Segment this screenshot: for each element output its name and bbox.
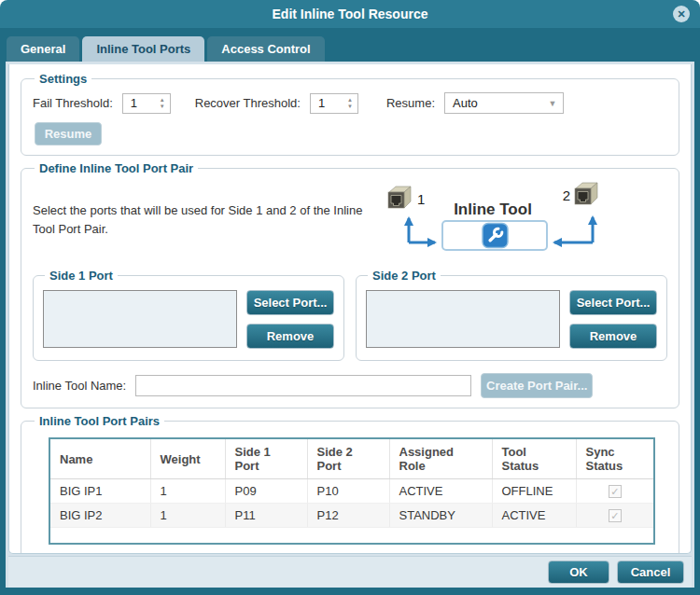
spinner-down-icon[interactable]: ▼ [160,104,165,110]
cell-weight: 1 [150,479,225,504]
cell-tool-status: ACTIVE [492,504,576,528]
inline-tool-name-label: Inline Tool Name: [33,379,126,393]
inline-tool-name-input[interactable] [135,375,471,396]
column-header-side1: Side 1 Port [225,438,307,479]
port-1-icon [388,187,411,208]
define-port-pair-legend: Define Inline Tool Port Pair [35,161,198,175]
inline-tool-diagram-title: Inline Tool [454,201,532,218]
side-1-port-listbox[interactable] [43,290,237,348]
fail-threshold-arrows[interactable]: ▲ ▼ [155,97,170,110]
side-2-remove-button[interactable]: Remove [569,324,657,349]
cell-name: BIG IP1 [49,479,150,504]
dialog-footer: OK Cancel [8,556,692,588]
fail-threshold-label: Fail Threshold: [33,96,113,110]
side-2-port-listbox[interactable] [366,290,560,348]
resume-label: Resume: [386,96,435,110]
cell-sync-status: ✓ [576,479,654,504]
cancel-button[interactable]: Cancel [617,560,684,584]
resume-dropdown[interactable]: Auto ▼ [444,92,564,114]
settings-group: Settings Fail Threshold: 1 ▲ ▼ Recover T… [21,72,679,156]
tab-inline-tool-ports[interactable]: Inline Tool Ports [82,36,204,62]
cell-weight: 1 [150,504,225,528]
cell-role: STANDBY [389,504,492,528]
spinner-up-icon[interactable]: ▲ [160,97,165,104]
side-1-port-legend: Side 1 Port [45,269,118,283]
cell-role: ACTIVE [389,479,492,504]
tab-general[interactable]: General [7,36,79,62]
port-2-number: 2 [563,187,570,203]
side-2-select-port-button[interactable]: Select Port... [569,290,657,315]
table-header-row: Name Weight Side 1 Port Side 2 Port Assi… [49,438,654,479]
side-1-buttons: Select Port... Remove [246,290,334,349]
side-2-port-group: Side 2 Port Select Port... Remove [356,269,667,361]
dialog-inner: Settings Fail Threshold: 1 ▲ ▼ Recover T… [6,62,694,588]
tab-content-panel: Settings Fail Threshold: 1 ▲ ▼ Recover T… [8,64,692,554]
side-ports-row: Side 1 Port Select Port... Remove Side 2… [33,269,667,361]
side-1-select-port-button[interactable]: Select Port... [246,290,334,315]
column-header-weight: Weight [150,438,225,479]
fail-threshold-value: 1 [123,96,155,110]
cell-side2: P12 [307,504,389,528]
table-filler-row [49,528,654,544]
side-2-port-legend: Side 2 Port [368,269,441,283]
side-1-port-group: Side 1 Port Select Port... Remove [33,269,344,361]
settings-row: Fail Threshold: 1 ▲ ▼ Recover Threshold:… [33,92,667,114]
cell-side1: P11 [225,504,307,528]
port-pairs-table: Name Weight Side 1 Port Side 2 Port Assi… [49,437,655,545]
port-pairs-legend: Inline Tool Port Pairs [35,414,164,428]
cell-tool-status: OFFLINE [492,479,576,504]
port-1-number: 1 [417,191,425,207]
port-pairs-group: Inline Tool Port Pairs Name Weight Side … [21,414,679,554]
dialog-titlebar: Edit Inline Tool Resource ✕ [0,0,700,28]
column-header-side2: Side 2 Port [307,438,389,479]
side-1-remove-button[interactable]: Remove [246,324,334,349]
spinner-up-icon[interactable]: ▲ [347,97,353,104]
port-pair-description: Select the ports that will be used for S… [33,201,376,256]
create-port-pair-button[interactable]: Create Port Pair... [481,373,593,398]
tab-bar: General Inline Tool Ports Access Control [0,28,700,62]
settings-legend: Settings [35,72,91,86]
dialog-frame: Settings Fail Threshold: 1 ▲ ▼ Recover T… [0,62,700,595]
side-2-body: Select Port... Remove [366,290,657,349]
recover-threshold-value: 1 [311,96,343,110]
column-header-role: Assigned Role [389,438,492,479]
sync-checkbox-icon: ✓ [609,485,622,498]
spinner-down-icon[interactable]: ▼ [347,104,353,110]
table-row[interactable]: BIG IP2 1 P11 P12 STANDBY ACTIVE ✓ [49,504,654,528]
resume-button[interactable]: Resume [35,122,102,145]
ok-button[interactable]: OK [548,560,609,584]
edit-inline-tool-resource-dialog: Edit Inline Tool Resource ✕ General Inli… [0,0,700,595]
chevron-down-icon: ▼ [542,99,563,108]
column-header-name: Name [49,438,150,479]
recover-threshold-stepper[interactable]: 1 ▲ ▼ [310,93,358,114]
dialog-title: Edit Inline Tool Resource [273,7,428,21]
sync-checkbox-icon: ✓ [609,509,622,522]
column-header-sync-status: Sync Status [576,438,654,479]
column-header-tool-status: Tool Status [492,438,576,479]
inline-tool-diagram: 1 Inline Tool 2 [384,181,624,256]
recover-threshold-arrows[interactable]: ▲ ▼ [343,97,357,110]
close-icon[interactable]: ✕ [673,6,690,22]
side-1-body: Select Port... Remove [43,290,334,349]
cell-side2: P10 [307,479,389,504]
fail-threshold-stepper[interactable]: 1 ▲ ▼ [122,93,171,114]
tab-access-control[interactable]: Access Control [207,36,324,62]
inline-tool-name-row: Inline Tool Name: Create Port Pair... [33,373,667,398]
recover-threshold-label: Recover Threshold: [195,96,301,110]
cell-sync-status: ✓ [576,504,654,528]
table-row[interactable]: BIG IP1 1 P09 P10 ACTIVE OFFLINE ✓ [49,479,654,504]
cell-side1: P09 [225,479,307,504]
side-2-buttons: Select Port... Remove [569,290,657,349]
cell-name: BIG IP2 [49,504,150,528]
define-port-pair-group: Define Inline Tool Port Pair Select the … [21,161,679,408]
resume-dropdown-value: Auto [445,96,542,110]
define-top-row: Select the ports that will be used for S… [33,179,667,256]
port-2-icon [575,183,597,204]
